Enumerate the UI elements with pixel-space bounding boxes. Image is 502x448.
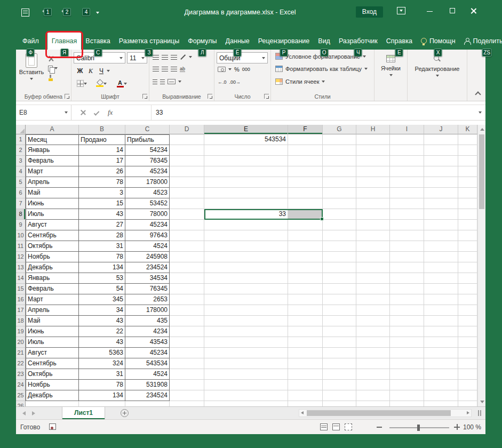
cell-G16[interactable] [323, 294, 356, 305]
paste-button[interactable]: Вставить [18, 52, 45, 91]
tab-file[interactable]: ФайлФ [16, 32, 45, 50]
cell-B5[interactable]: 78 [79, 177, 125, 188]
cell-A21[interactable]: Август [26, 348, 79, 358]
cell-C2[interactable]: 54234 [125, 145, 170, 156]
cell-C23[interactable]: 4524 [125, 369, 170, 380]
row-header-25[interactable]: 25 [16, 390, 26, 401]
cell-C1[interactable]: Прибыль [125, 134, 170, 145]
cell-H23[interactable] [356, 369, 390, 380]
vertical-scrollbar-thumb[interactable] [479, 134, 484, 209]
cell-B10[interactable]: 28 [79, 230, 125, 241]
cell-J12[interactable] [424, 252, 458, 262]
cell-C22[interactable]: 543534 [125, 358, 170, 369]
cell-D18[interactable] [170, 316, 204, 326]
cell-F17[interactable] [288, 305, 323, 316]
cell-E16[interactable] [204, 294, 288, 305]
tab-developer[interactable]: РазработчикЧ [334, 32, 382, 50]
comma-style-button[interactable]: 000 [242, 67, 250, 72]
cell-H14[interactable] [356, 273, 390, 284]
cell-C24[interactable]: 531908 [125, 380, 170, 390]
cell-C7[interactable]: 53452 [125, 198, 170, 209]
cell-I23[interactable] [390, 369, 424, 380]
cell-A19[interactable]: Июнь [26, 326, 79, 337]
cell-J16[interactable] [424, 294, 458, 305]
cell-C6[interactable]: 4523 [125, 188, 170, 198]
cell-K14[interactable] [458, 273, 477, 284]
sheet-tab-list1[interactable]: Лист1 [62, 407, 105, 419]
cell-F21[interactable] [288, 348, 323, 358]
underline-button[interactable]: Ч [97, 66, 106, 76]
cell-I2[interactable] [390, 145, 424, 156]
cell-J25[interactable] [424, 390, 458, 401]
cell-H2[interactable] [356, 145, 390, 156]
row-header-4[interactable]: 4 [16, 166, 26, 177]
row-header-8[interactable]: 8 [16, 209, 26, 220]
cell-C18[interactable]: 435 [125, 316, 170, 326]
minimize-button[interactable] [419, 3, 441, 18]
cell-J10[interactable] [424, 230, 458, 241]
cell-H10[interactable] [356, 230, 390, 241]
cell-E21[interactable] [204, 348, 288, 358]
cell-K6[interactable] [458, 188, 477, 198]
tab-review[interactable]: РецензированиеР [254, 32, 314, 50]
cell-K2[interactable] [458, 145, 477, 156]
cell-I18[interactable] [390, 316, 424, 326]
row-header-17[interactable]: 17 [16, 305, 26, 316]
cell-F2[interactable] [288, 145, 323, 156]
cell-D16[interactable] [170, 294, 204, 305]
cell-J7[interactable] [424, 198, 458, 209]
cell-B4[interactable]: 26 [79, 166, 125, 177]
cell-H1[interactable] [356, 134, 390, 145]
cell-K21[interactable] [458, 348, 477, 358]
cell-C21[interactable]: 45234 [125, 348, 170, 358]
cell-K15[interactable] [458, 284, 477, 294]
collapse-ribbon-icon[interactable] [475, 91, 481, 97]
cell-F3[interactable] [288, 156, 323, 166]
accounting-format-icon[interactable] [218, 67, 226, 72]
cell-B21[interactable]: 5363 [79, 348, 125, 358]
cell-A17[interactable]: Апрель [26, 305, 79, 316]
scroll-left-icon[interactable] [301, 411, 304, 414]
row-header-1[interactable]: 1 [16, 134, 26, 145]
cell-A15[interactable]: Февраль [26, 284, 79, 294]
row-header-20[interactable]: 20 [16, 337, 26, 348]
cell-D26[interactable] [170, 401, 204, 406]
tab-page-layout[interactable]: Разметка страницыЗ [115, 32, 184, 50]
zoom-level-label[interactable]: 100 % [463, 423, 481, 431]
row-header-14[interactable]: 14 [16, 273, 26, 284]
cell-A4[interactable]: Март [26, 166, 79, 177]
cell-D11[interactable] [170, 241, 204, 252]
cell-H16[interactable] [356, 294, 390, 305]
cell-I8[interactable] [390, 209, 424, 220]
cell-A9[interactable]: Август [26, 220, 79, 230]
cell-C25[interactable]: 234524 [125, 390, 170, 401]
qat-undo-button[interactable]: 2 [61, 6, 74, 19]
tab-insert[interactable]: ВставкаС [81, 32, 114, 50]
cell-G1[interactable] [323, 134, 356, 145]
cell-E5[interactable] [204, 177, 288, 188]
vertical-scrollbar[interactable] [477, 125, 485, 406]
cell-J4[interactable] [424, 166, 458, 177]
cell-K8[interactable] [458, 209, 477, 220]
column-header-H[interactable]: H [356, 125, 390, 134]
tab-home[interactable]: ГлавнаяЯ [47, 32, 82, 50]
cell-J8[interactable] [424, 209, 458, 220]
cell-J17[interactable] [424, 305, 458, 316]
normal-view-icon[interactable] [320, 423, 328, 430]
align-top-icon[interactable] [153, 55, 159, 60]
column-header-C[interactable]: C [125, 125, 170, 134]
cell-A12[interactable]: Ноябрь [26, 252, 79, 262]
cell-D8[interactable] [170, 209, 204, 220]
cell-C10[interactable]: 97643 [125, 230, 170, 241]
cell-D10[interactable] [170, 230, 204, 241]
cell-G4[interactable] [323, 166, 356, 177]
cell-H21[interactable] [356, 348, 390, 358]
borders-button[interactable] [76, 78, 87, 88]
editing-button[interactable]: Редактирование [408, 55, 467, 78]
cell-H19[interactable] [356, 326, 390, 337]
cell-I21[interactable] [390, 348, 424, 358]
cell-C12[interactable]: 245908 [125, 252, 170, 262]
row-header-10[interactable]: 10 [16, 230, 26, 241]
align-center-icon[interactable] [162, 67, 168, 71]
tab-assistant[interactable]: ПомощнX [417, 32, 460, 50]
